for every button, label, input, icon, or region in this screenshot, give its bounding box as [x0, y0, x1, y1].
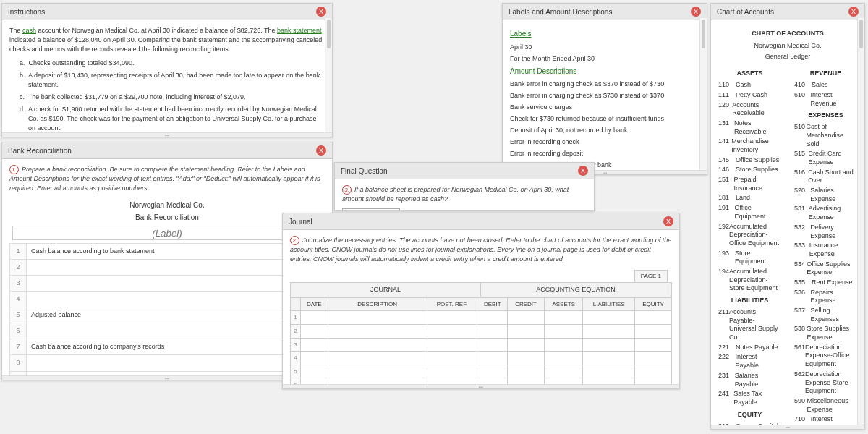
coa-row[interactable]: 241Sales Tax Payable [718, 390, 781, 407]
coa-row[interactable]: 120Accounts Receivable [718, 101, 781, 118]
panel-title: Final Question [341, 167, 387, 175]
coa-row[interactable]: 536Repairs Expense [794, 289, 857, 305]
labels-header[interactable]: Labels [510, 29, 699, 40]
coa-row[interactable]: 532Delivery Expense [794, 224, 857, 240]
coa-panel: Chart of AccountsX CHART OF ACCOUNTS Nor… [710, 3, 865, 430]
doc-title: Bank Reconciliation [9, 213, 325, 224]
coa-row[interactable]: 516Cash Short and Over [794, 169, 857, 185]
coa-row[interactable]: 410Sales [794, 81, 857, 90]
close-icon[interactable]: X [691, 7, 701, 17]
scrollbar[interactable] [325, 18, 332, 132]
step-badge: 2. [290, 236, 299, 245]
coa-row[interactable]: 537Selling Expenses [794, 307, 857, 323]
coa-row[interactable]: 181Land [718, 194, 781, 203]
coa-row[interactable]: 610Interest Revenue [794, 91, 857, 108]
label-input[interactable] [12, 226, 321, 240]
page-tab[interactable]: PAGE 1 [634, 270, 668, 282]
coa-row[interactable]: 194Accumulated Depreciation-Store Equipm… [718, 268, 781, 293]
item-a: a. Checks outstanding totaled $34,090. [20, 59, 325, 68]
panel-title: Bank Reconciliation [8, 147, 72, 155]
coa-row[interactable]: 193Store Equipment [718, 250, 781, 266]
close-icon[interactable]: X [578, 166, 588, 176]
resize-grip[interactable]: ••• [711, 425, 864, 429]
journal-table: DATEDESCRIPTIONPOST. REF.DEBITCREDITASSE… [290, 297, 672, 384]
bank-statement-link[interactable]: bank statement [277, 27, 322, 34]
row-1[interactable]: Cash balance according to bank statement [27, 244, 325, 260]
cash-link[interactable]: cash [22, 27, 36, 34]
coa-row[interactable]: 533Insurance Expense [794, 242, 857, 258]
recon-table: 1Cash balance according to bank statemen… [9, 243, 325, 375]
coa-row[interactable]: 562Depreciation Expense-Store Equipment [794, 370, 857, 396]
panel-title: Instructions [8, 8, 45, 16]
item-b: b. A deposit of $18,430, representing re… [20, 71, 325, 90]
coa-row[interactable]: 590Miscellaneous Expense [794, 397, 857, 414]
coa-row[interactable]: 111Petty Cash [718, 91, 781, 100]
coa-row[interactable]: 146Store Supplies [718, 166, 781, 174]
coa-row[interactable]: 141Merchandise Inventory [718, 137, 781, 154]
coa-row[interactable]: 535Rent Expense [794, 278, 857, 287]
close-icon[interactable]: X [316, 145, 326, 156]
resize-grip[interactable]: ••• [2, 132, 332, 137]
resize-grip[interactable]: ••• [283, 384, 679, 388]
panel-title: Chart of Accounts [717, 8, 774, 16]
close-icon[interactable]: X [316, 7, 326, 17]
close-icon[interactable]: X [848, 7, 859, 17]
labels-panel: Labels and Amount DescriptionsX Labels A… [502, 3, 707, 175]
item-c: c. The bank collected $31,779 on a $29,7… [20, 93, 325, 102]
company-name: Norwegian Medical Co. [9, 200, 325, 211]
cash-answer-input[interactable] [342, 208, 400, 210]
coa-row[interactable]: 145Office Supplies [718, 156, 781, 165]
amounts-header[interactable]: Amount Descriptions [510, 67, 699, 77]
coa-row[interactable]: 710Interest Expense [794, 415, 857, 425]
coa-row[interactable]: 515Credit Card Expense [794, 150, 857, 166]
coa-row[interactable]: 534Office Supplies Expense [794, 260, 857, 277]
coa-row[interactable]: 192Accumulated Depreciation-Office Equip… [718, 223, 781, 248]
final-question-panel: Final QuestionX 3.If a balance sheet is … [334, 162, 595, 211]
close-icon[interactable]: X [663, 216, 673, 226]
coa-row[interactable]: 538Store Supplies Expense [794, 325, 857, 341]
panel-title: Labels and Amount Descriptions [509, 8, 612, 16]
coa-row[interactable]: 531Advertising Expense [794, 205, 857, 221]
coa-row[interactable]: 191Office Equipment [718, 204, 781, 221]
coa-row[interactable]: 110Cash [718, 81, 781, 90]
scrollbar[interactable] [857, 18, 864, 425]
step-badge: 3. [342, 185, 352, 195]
coa-row[interactable]: 231Salaries Payable [718, 372, 781, 388]
coa-row[interactable]: 510Cost of Merchandise Sold [794, 123, 857, 148]
coa-row[interactable]: 221Notes Payable [718, 344, 781, 352]
coa-row[interactable]: 151Prepaid Insurance [718, 176, 781, 192]
item-d: d. A check for $1,900 returned with the … [20, 105, 325, 132]
coa-row[interactable]: 131Notes Receivable [718, 119, 781, 136]
scrollbar[interactable] [699, 18, 707, 170]
panel-title: Journal [289, 218, 312, 226]
coa-row[interactable]: 561Depreciation Expense-Office Equipment [794, 344, 857, 369]
instructions-panel: InstructionsX The cash account for Norwe… [1, 3, 333, 137]
row-5[interactable]: Adjusted balance [27, 307, 325, 323]
coa-row[interactable]: 520Salaries Expense [794, 187, 857, 203]
coa-row[interactable]: 222Interest Payable [718, 353, 781, 370]
row-7[interactable]: Cash balance according to company's reco… [27, 339, 325, 355]
journal-panel: JournalX 2.Journalize the necessary entr… [282, 213, 680, 389]
step-badge: 1. [9, 165, 19, 174]
coa-row[interactable]: 211Accounts Payable-Universal Supply Co. [718, 308, 781, 342]
